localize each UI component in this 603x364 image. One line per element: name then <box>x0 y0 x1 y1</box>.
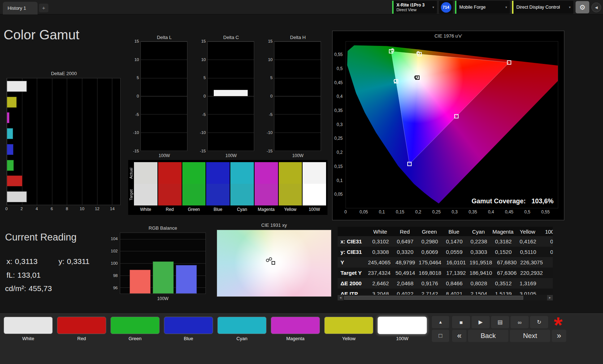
scroll-track[interactable] <box>343 295 547 300</box>
actual-swatch <box>255 162 278 184</box>
delta-y-tick-label: -10 <box>200 130 206 135</box>
delta-l-title: Delta L <box>140 35 188 40</box>
meter-dropdown[interactable]: X-Rite i1Pro 3 Direct View ▼ <box>392 1 437 14</box>
swatch-label: Red <box>158 205 182 213</box>
delta-y-tick-label: -15 <box>266 149 273 153</box>
delta-y-tick-label: 0 <box>270 94 273 98</box>
delta-gridline <box>274 151 321 151</box>
scroll-right-icon[interactable]: ► <box>547 295 553 300</box>
patch-magenta[interactable]: Magenta <box>271 317 320 341</box>
delta-y-tick-label: -5 <box>202 112 206 117</box>
patch-100w[interactable]: 100W <box>378 317 427 341</box>
rgb-y-tick-label: 102 <box>111 249 118 253</box>
save-report-button[interactable]: ▤ <box>491 316 509 328</box>
patch-white[interactable]: White <box>4 317 53 341</box>
patch-green[interactable]: Green <box>110 317 160 341</box>
cie-y-tick-label: 0,2 <box>337 150 343 155</box>
patch-blue[interactable]: Blue <box>164 317 213 341</box>
table-cell: 0,6069 <box>417 249 442 255</box>
play-button[interactable]: ▶ <box>472 316 490 328</box>
table-row: x: CIE310,31020,64970,29800,14700,22380,… <box>338 236 553 247</box>
rgb-balance-title: RGB Balance <box>120 225 206 231</box>
reading-y-label: y: <box>58 257 64 265</box>
target-marker-blue <box>407 162 412 166</box>
target-marker-magenta <box>454 114 459 118</box>
cie-x-tick-label: 0,05 <box>360 209 368 214</box>
cie1931-target-square <box>272 261 275 265</box>
deltae2000-plot <box>6 78 121 205</box>
settings-gear-button[interactable]: ⚙ <box>576 1 589 13</box>
table-cell: 16,0101 <box>445 259 469 265</box>
meter-mode: Direct View <box>396 8 430 12</box>
reading-fl-label: fL: <box>6 271 15 279</box>
display-control-dropdown[interactable]: Direct Display Control ▼ <box>512 1 573 14</box>
add-tab-button[interactable]: + <box>39 4 48 12</box>
table-cell: 245,4065 <box>368 259 394 265</box>
calman-asterisk-logo[interactable]: * <box>549 313 568 337</box>
cie-x-tick-label: 0,2 <box>415 209 421 214</box>
back-chevron-button[interactable]: « <box>452 330 467 342</box>
target-swatch <box>303 184 326 205</box>
patch-red[interactable]: Red <box>57 317 106 341</box>
scroll-left-icon[interactable]: ◄ <box>338 295 343 300</box>
table-cell: 17,1392 <box>445 270 469 276</box>
stop-button[interactable]: ■ <box>452 316 470 328</box>
delta-l-ylabels: 151050-5-10-15 <box>132 41 140 151</box>
expand-up-button[interactable]: ▲ <box>432 316 449 328</box>
calman-window: History 1 + X-Rite i1Pro 3 Direct View ▼… <box>0 0 603 364</box>
table-cell: 191,9518 <box>469 259 496 265</box>
top-right-controls: X-Rite i1Pro 3 Direct View ▼ 714 Mobile … <box>392 1 601 14</box>
deltae-bar-row <box>7 110 120 126</box>
workflow-dropdown[interactable]: Mobile Forge ▼ <box>455 1 510 14</box>
delta-h-xlabel: 100W <box>274 153 322 158</box>
table-row: y: CIE310,33080,33200,60690,05590,33030,… <box>338 247 553 257</box>
cie-y-tick-label: 0,55 <box>334 52 343 57</box>
deltae-xlabels: 02468101214 <box>6 207 121 212</box>
patch-swatch <box>57 317 106 334</box>
table-cell: 1,9 <box>540 291 553 295</box>
delta-gridline <box>208 151 254 151</box>
patch-swatch <box>378 317 427 334</box>
patch-yellow[interactable]: Yellow <box>324 317 373 341</box>
patch-label: Magenta <box>271 336 320 341</box>
delta-c-title: Delta C <box>207 35 255 40</box>
refresh-button[interactable]: ↻ <box>530 316 548 328</box>
tab-history-1[interactable]: History 1 <box>3 2 38 14</box>
delta-y-tick-label: 15 <box>268 39 273 43</box>
table-col-header: Yellow <box>515 229 540 235</box>
cie-y-tick-label: 0,1 <box>337 178 343 183</box>
gamut-coverage-value: 103,6% <box>532 198 554 205</box>
table-row: ΔE 20002,64622,04680,91760,84660,80280,3… <box>338 278 553 289</box>
table-cell: 45 <box>546 259 553 265</box>
actual-swatch <box>230 162 254 184</box>
chevron-down-icon: ▼ <box>568 6 571 9</box>
patch-cyan[interactable]: Cyan <box>217 317 266 341</box>
patch-label: Blue <box>164 336 213 341</box>
scroll-thumb[interactable] <box>344 296 523 300</box>
cie1976-title: CIE 1976 u'v' <box>333 33 564 39</box>
swatch-label: White <box>134 205 157 213</box>
swatch-label: Blue <box>206 205 230 213</box>
table-row: Y245,406548,9799175,046416,0101191,95186… <box>338 257 553 268</box>
deltae-barlayer <box>7 78 120 205</box>
back-button[interactable]: Back <box>468 330 508 342</box>
delta-y-tick-label: 5 <box>270 75 273 80</box>
rgb-plot <box>120 233 206 294</box>
delta-y-tick-label: -10 <box>266 130 273 135</box>
layout-button[interactable]: □ <box>432 330 449 342</box>
next-button[interactable]: Next <box>510 330 550 342</box>
measured-marker-green <box>391 48 394 52</box>
table-header-row: WhiteRedGreenBlueCyanMagentaYellow100W <box>338 227 553 236</box>
swatch-label: Green <box>182 205 206 213</box>
deltae-bar-row <box>7 94 120 110</box>
reading-fl: fL:133,01 <box>6 271 41 280</box>
table-cell: 1,3169 <box>515 280 540 286</box>
table-col-header: 100W <box>540 229 553 235</box>
continuous-read-button[interactable]: ∞ <box>511 316 529 328</box>
actual-swatch <box>206 162 230 184</box>
table-cell: 237,4324 <box>368 270 394 276</box>
table-horizontal-scrollbar[interactable]: ◄ ► <box>338 295 553 300</box>
delta-y-tick-label: 15 <box>201 39 206 43</box>
patch-label: Yellow <box>324 336 373 341</box>
collapse-panel-button[interactable]: ◀ <box>591 3 601 12</box>
